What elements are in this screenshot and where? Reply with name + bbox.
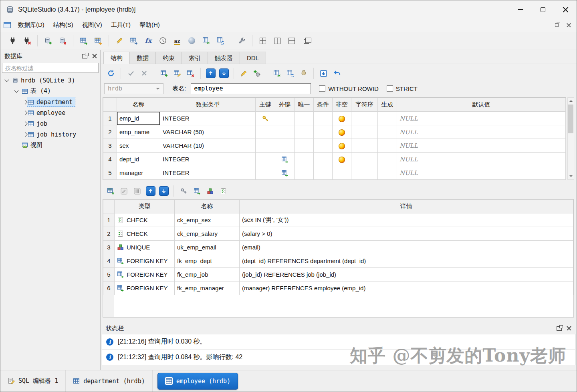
edit-constraint-button[interactable] (118, 185, 130, 197)
cell-primary-key[interactable] (256, 112, 275, 125)
cell-generated[interactable] (378, 153, 397, 166)
row-number[interactable]: 3 (103, 139, 117, 153)
disconnect-database-button[interactable] (20, 34, 34, 48)
row-number[interactable]: 3 (103, 241, 115, 254)
cell-foreign-key[interactable] (275, 139, 295, 153)
close-panel-icon[interactable] (567, 326, 571, 331)
header-constraint-name[interactable]: 名称 (175, 200, 240, 213)
cell-data-type[interactable]: VARCHAR (50) (160, 125, 256, 139)
tree-node-tables[interactable]: 表 (4) (0, 86, 100, 96)
cell-column-name[interactable]: emp_id (117, 112, 160, 125)
minimize-button[interactable] (509, 0, 532, 18)
add-foreign-key-button[interactable] (191, 185, 203, 197)
close-panel-icon[interactable] (92, 54, 97, 58)
refresh-structure-button[interactable] (105, 67, 117, 80)
extensions-button[interactable] (185, 34, 198, 48)
tab-structure[interactable]: 结构 (103, 52, 130, 64)
cell-constraint-name[interactable]: ck_emp_sex (175, 213, 240, 227)
cell-unique[interactable] (295, 166, 314, 180)
row-number[interactable]: 2 (103, 227, 115, 241)
cell-generated[interactable] (378, 166, 397, 180)
cell-foreign-key[interactable] (275, 125, 295, 139)
tree-node-hrdb[interactable]: hrdb (SQLite 3) (0, 75, 100, 86)
cell-primary-key[interactable] (256, 166, 275, 180)
cell-constraint-details[interactable]: (email) (240, 241, 573, 254)
cell-data-type[interactable]: INTEGER (160, 166, 256, 180)
cell-constraint-type[interactable]: CHECK (115, 227, 175, 241)
strict-checkbox[interactable] (387, 85, 393, 92)
columns-grid-scrollbar[interactable] (567, 97, 574, 180)
cell-constraint-details[interactable]: (dept_id) REFERENCES department (dept_id… (240, 254, 573, 268)
add-constraint-button[interactable] (105, 185, 117, 197)
cell-constraint-name[interactable]: uk_emp_email (175, 241, 240, 254)
cell-generated[interactable] (378, 139, 397, 153)
tab-employee[interactable]: employee (hrdb) (157, 373, 238, 390)
cell-default[interactable]: NULL (397, 153, 566, 166)
cell-constraint-name[interactable]: fk_emp_dept (175, 254, 240, 268)
edit-column-button[interactable] (171, 67, 184, 80)
cell-foreign-key[interactable] (275, 153, 295, 166)
rollback-structure-button[interactable] (138, 67, 150, 80)
move-column-up-button[interactable] (204, 67, 217, 80)
cell-default[interactable]: NULL (397, 112, 566, 125)
menu-structure[interactable]: 结构(S) (49, 19, 78, 31)
convert-table-button[interactable] (271, 67, 283, 80)
column-row[interactable]: 3 sex VARCHAR (10) NULL (103, 139, 566, 153)
mdi-tile-horizontal-button[interactable] (285, 34, 299, 48)
move-constraint-down-button[interactable] (157, 185, 170, 197)
cell-primary-key[interactable] (256, 153, 275, 166)
mdi-restore-icon[interactable] (555, 23, 559, 27)
column-row[interactable]: 2 emp_name VARCHAR (50) NULL (103, 125, 566, 139)
menu-help[interactable]: 帮助(H) (135, 19, 164, 31)
menu-database[interactable]: 数据库(D) (14, 19, 49, 31)
header-unique[interactable]: 唯一 (295, 98, 314, 112)
header-condition[interactable]: 条件 (314, 98, 333, 112)
row-number[interactable]: 5 (103, 166, 117, 180)
row-number[interactable]: 4 (103, 254, 115, 268)
tab-constraints[interactable]: 约束 (156, 52, 182, 64)
cell-default[interactable]: NULL (397, 166, 566, 180)
convert-database-button[interactable] (199, 34, 213, 48)
chevron-down-icon[interactable] (14, 88, 18, 92)
convert-database-alt-button[interactable] (214, 34, 227, 48)
scroll-up-button[interactable] (568, 98, 574, 104)
cell-constraint-details[interactable]: (sex IN ('男', '女')) (240, 213, 573, 227)
tree-node-employee[interactable]: employee (0, 107, 100, 118)
cell-collate[interactable] (351, 166, 378, 180)
functions-button[interactable] (141, 34, 155, 48)
export-table-data-button[interactable] (297, 67, 310, 80)
cell-not-null[interactable] (333, 139, 351, 153)
header-primary-key[interactable]: 主键 (256, 98, 275, 112)
cell-data-type[interactable]: VARCHAR (10) (160, 139, 256, 153)
cell-collate[interactable] (351, 125, 378, 139)
collations-button[interactable] (170, 34, 184, 48)
scrollbar-thumb[interactable] (568, 105, 573, 133)
row-number[interactable]: 2 (103, 125, 117, 139)
delete-constraint-button[interactable] (131, 185, 143, 197)
open-sql-editor-button[interactable] (113, 34, 126, 48)
cell-collate[interactable] (351, 139, 378, 153)
row-number[interactable]: 5 (103, 268, 115, 281)
constraint-row[interactable]: 1 CHECK ck_emp_sex (sex IN ('男', '女')) (103, 213, 573, 227)
close-button[interactable] (554, 0, 577, 18)
export-table-button[interactable] (127, 34, 141, 48)
cell-constraint-type[interactable]: FOREIGN KEY (115, 281, 175, 295)
float-panel-icon[interactable] (82, 54, 87, 58)
remove-database-button[interactable] (56, 34, 69, 48)
cell-generated[interactable] (378, 112, 397, 125)
column-row[interactable]: 1 emp_id INTEGER NULL (103, 112, 566, 125)
add-primary-key-button[interactable] (178, 185, 190, 197)
commit-structure-button[interactable] (125, 67, 137, 80)
constraint-row[interactable]: 3 UNIQUE uk_emp_email (email) (103, 241, 573, 254)
constraint-row[interactable]: 2 CHECK ck_emp_salary (salary > 0) (103, 227, 573, 241)
mdi-cascade-button[interactable] (299, 34, 313, 48)
tree-node-job[interactable]: job (0, 118, 100, 129)
cell-column-name[interactable]: manager (117, 166, 160, 180)
cell-not-null[interactable] (333, 153, 351, 166)
cell-condition[interactable] (314, 153, 333, 166)
cell-condition[interactable] (314, 112, 333, 125)
cell-data-type[interactable]: INTEGER (160, 112, 256, 125)
import-database-button[interactable] (77, 34, 91, 48)
cell-constraint-details[interactable]: (job_id) REFERENCES job (job_id) (240, 268, 573, 281)
mdi-tile-button[interactable] (256, 34, 270, 48)
